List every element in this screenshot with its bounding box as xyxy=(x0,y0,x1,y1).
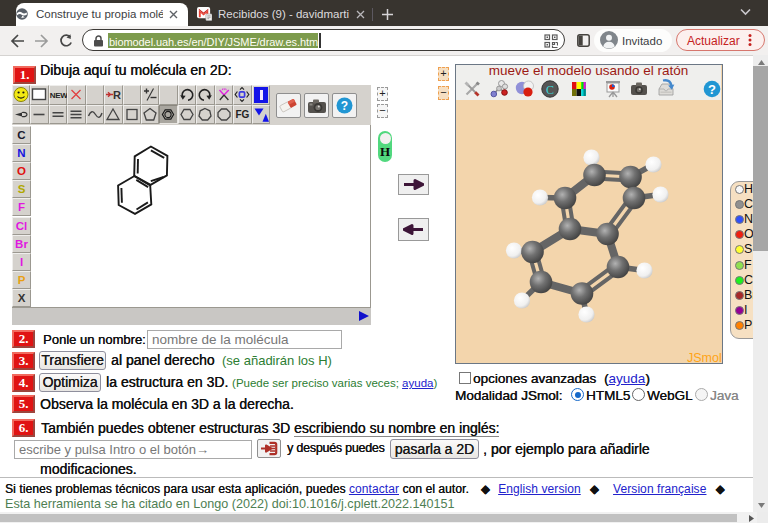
svg-text:?: ? xyxy=(708,82,716,97)
svg-text:R: R xyxy=(113,89,121,101)
svg-text:C: C xyxy=(546,83,554,97)
svg-text:?: ? xyxy=(341,99,348,113)
